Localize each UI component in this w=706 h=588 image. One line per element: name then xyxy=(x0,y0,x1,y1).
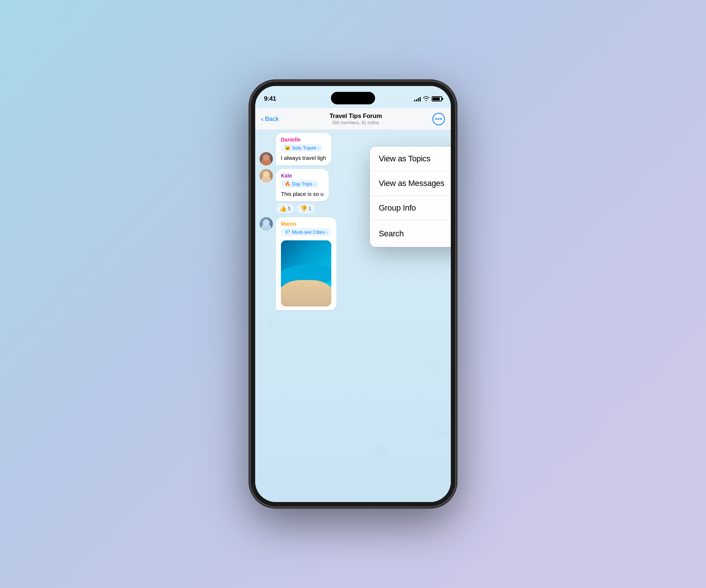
wifi-icon xyxy=(423,96,429,102)
topic-label: Solo Travel xyxy=(292,145,316,151)
nav-bar: ‹ Back Travel Tips Forum 356 members, 81… xyxy=(255,108,451,130)
status-icons xyxy=(414,96,442,102)
nav-title-group: Travel Tips Forum 356 members, 81 online xyxy=(329,112,382,125)
avatar xyxy=(260,217,273,230)
thumbs-up-count: 5 xyxy=(288,206,290,211)
topic-tag[interactable]: 💎 Must-see Cities › xyxy=(281,228,331,236)
sender-name: Danielle xyxy=(281,137,326,143)
beach-photo xyxy=(281,240,331,306)
message-text: I always travel ligh xyxy=(281,154,326,162)
menu-item-group-info[interactable]: Group Info xyxy=(370,196,451,220)
dynamic-island xyxy=(331,92,375,104)
battery-icon xyxy=(432,96,442,101)
nav-title: Travel Tips Forum xyxy=(329,112,382,120)
menu-item-search[interactable]: Search xyxy=(370,220,451,247)
menu-item-view-messages-label: View as Messages xyxy=(379,179,444,188)
menu-item-view-topics[interactable]: View as Topics xyxy=(370,147,451,171)
thumbs-down-reaction[interactable]: 👎 1 xyxy=(296,204,315,214)
topic-tag[interactable]: 🔥 Day Trips › xyxy=(281,180,319,188)
sender-name: Kate xyxy=(281,173,324,179)
thumbs-down-icon: 👎 xyxy=(300,205,307,212)
phone-wrapper: ❄ ❄ ❄ ❄ ❄ ❄ ❄ 9:41 xyxy=(250,81,456,507)
topic-emoji: 🐱 xyxy=(285,145,290,151)
topic-label: Day Trips xyxy=(292,181,312,187)
message-text: This place is so u xyxy=(281,190,324,198)
more-dots-icon: ••• xyxy=(435,116,442,122)
sender-name: Marco xyxy=(281,221,331,227)
topic-emoji: 🔥 xyxy=(285,181,290,187)
message-bubble: Kate 🔥 Day Trips › This place is so u xyxy=(276,169,329,201)
topic-label: Must-see Cities xyxy=(292,229,325,235)
avatar xyxy=(260,152,273,165)
more-button[interactable]: ••• xyxy=(432,113,445,125)
menu-item-search-label: Search xyxy=(379,229,404,239)
message-bubble: Danielle 🐱 Solo Travel › I always travel… xyxy=(276,133,331,165)
message-bubble: Marco 💎 Must-see Cities › xyxy=(276,217,336,310)
menu-item-view-messages[interactable]: View as Messages ✓ xyxy=(370,171,451,196)
phone-screen: ❄ ❄ ❄ ❄ ❄ ❄ ❄ 9:41 xyxy=(255,86,451,502)
back-label: Back xyxy=(265,115,279,123)
avatar xyxy=(260,169,273,182)
back-chevron-icon: ‹ xyxy=(261,115,264,122)
thumbs-up-reaction[interactable]: 👍 5 xyxy=(276,204,294,214)
back-button[interactable]: ‹ Back xyxy=(261,115,279,123)
thumbs-down-count: 1 xyxy=(309,206,311,211)
reactions-bar: 👍 5 👎 1 xyxy=(276,204,329,214)
topic-emoji: 💎 xyxy=(285,229,290,235)
menu-item-view-topics-label: View as Topics xyxy=(379,154,431,164)
thumbs-up-icon: 👍 xyxy=(279,205,287,212)
topic-chevron-icon: › xyxy=(314,182,315,186)
context-menu: View as Topics View as Messages ✓ Group … xyxy=(370,147,451,247)
message-with-reactions: Kate 🔥 Day Trips › This place is so u xyxy=(276,169,329,214)
nav-subtitle: 356 members, 81 online xyxy=(332,120,379,125)
topic-chevron-icon: › xyxy=(327,230,328,234)
menu-item-group-info-label: Group Info xyxy=(379,203,416,213)
signal-bars-icon xyxy=(414,96,421,101)
topic-tag[interactable]: 🐱 Solo Travel › xyxy=(281,144,322,152)
status-time: 9:41 xyxy=(264,95,276,103)
topic-chevron-icon: › xyxy=(317,146,319,150)
phone-frame: ❄ ❄ ❄ ❄ ❄ ❄ ❄ 9:41 xyxy=(250,81,456,507)
